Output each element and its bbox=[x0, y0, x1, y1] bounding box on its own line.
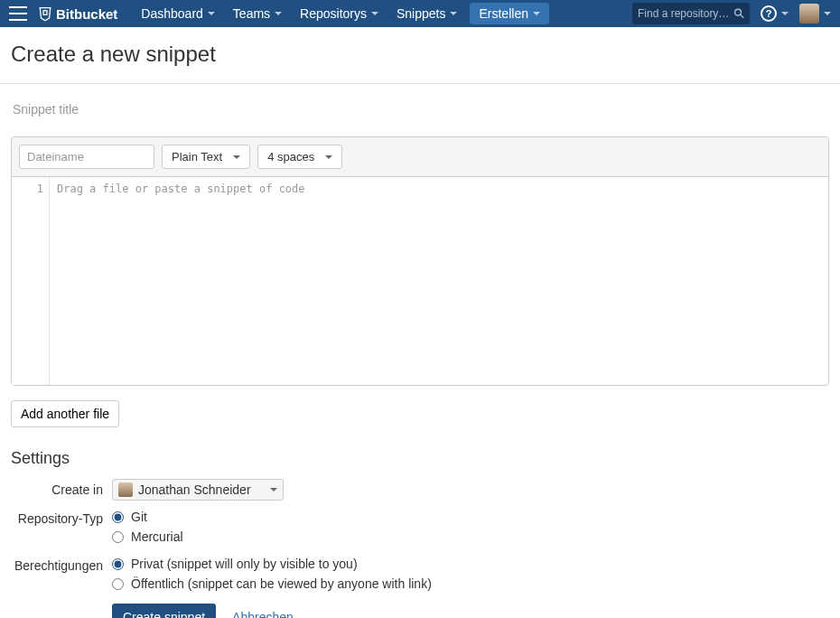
editor-body: 1 Drag a file or paste a snippet of code bbox=[12, 177, 828, 385]
nav-repositories[interactable]: Repositorys bbox=[291, 0, 387, 27]
perm-private-label: Privat (snippet will only by visible to … bbox=[131, 557, 358, 571]
avatar bbox=[799, 4, 819, 23]
avatar bbox=[118, 482, 133, 497]
code-placeholder: Drag a file or paste a snippet of code bbox=[57, 183, 305, 195]
svg-point-1 bbox=[735, 9, 742, 15]
user-menu[interactable] bbox=[799, 4, 831, 23]
chevron-down-icon bbox=[208, 12, 215, 15]
search-input[interactable] bbox=[638, 7, 734, 20]
bucket-icon bbox=[38, 5, 52, 22]
editor-toolbar: Plain Text 4 spaces bbox=[12, 137, 828, 177]
syntax-select-label: Plain Text bbox=[172, 150, 222, 164]
syntax-select[interactable]: Plain Text bbox=[162, 145, 250, 169]
repo-type-mercurial[interactable]: Mercurial bbox=[112, 528, 829, 544]
cancel-link[interactable]: Abbrechen bbox=[232, 610, 294, 618]
repo-type-mercurial-label: Mercurial bbox=[131, 529, 183, 544]
nav-teams[interactable]: Teams bbox=[224, 0, 291, 27]
line-number: 1 bbox=[12, 183, 43, 195]
settings-heading: Settings bbox=[11, 449, 829, 468]
create-in-value: Jonathan Schneider bbox=[138, 482, 251, 497]
code-area[interactable]: Drag a file or paste a snippet of code bbox=[50, 177, 828, 385]
nav-snippets[interactable]: Snippets bbox=[387, 0, 466, 27]
nav-teams-label: Teams bbox=[233, 6, 270, 21]
repo-type-label: Repository-Typ bbox=[11, 508, 112, 526]
nav-repositories-label: Repositorys bbox=[300, 6, 367, 21]
repo-type-git[interactable]: Git bbox=[112, 508, 829, 524]
create-snippet-button[interactable]: Create snippet bbox=[112, 604, 216, 618]
chevron-down-icon bbox=[450, 12, 457, 15]
page-title: Create a new snippet bbox=[11, 42, 829, 67]
repo-type-mercurial-radio[interactable] bbox=[112, 531, 124, 543]
repo-type-git-radio[interactable] bbox=[112, 511, 124, 523]
nav-dashboard-label: Dashboard bbox=[141, 6, 203, 21]
chevron-down-icon bbox=[533, 12, 540, 15]
search-box[interactable] bbox=[632, 3, 750, 24]
svg-rect-0 bbox=[43, 11, 47, 14]
help-icon: ? bbox=[761, 5, 777, 22]
top-bar: Bitbucket Dashboard Teams Repositorys Sn… bbox=[0, 0, 840, 27]
bitbucket-logo[interactable]: Bitbucket bbox=[38, 5, 117, 22]
chevron-down-icon bbox=[781, 12, 789, 15]
create-in-label: Create in bbox=[11, 479, 112, 497]
brand-text: Bitbucket bbox=[56, 6, 117, 22]
perm-public-label: Öffentlich (snippet can be viewed by any… bbox=[131, 576, 432, 591]
perm-private-radio[interactable] bbox=[112, 558, 124, 570]
indent-select-label: 4 spaces bbox=[267, 150, 314, 164]
chevron-down-icon bbox=[233, 155, 240, 159]
create-button[interactable]: Erstellen bbox=[470, 3, 548, 24]
snippet-title-input[interactable] bbox=[11, 97, 829, 122]
perm-public-radio[interactable] bbox=[112, 578, 124, 590]
main-nav: Dashboard Teams Repositorys Snippets Ers… bbox=[132, 0, 632, 27]
indent-select[interactable]: 4 spaces bbox=[257, 145, 342, 169]
chevron-down-icon bbox=[275, 12, 282, 15]
chevron-down-icon bbox=[270, 488, 277, 492]
help-menu[interactable]: ? bbox=[761, 5, 789, 22]
chevron-down-icon bbox=[325, 155, 332, 159]
chevron-down-icon bbox=[824, 12, 831, 15]
page-header: Create a new snippet bbox=[0, 27, 840, 84]
content: Plain Text 4 spaces 1 Drag a file or pas… bbox=[0, 84, 840, 618]
settings-section: Settings Create in Jonathan Schneider Re… bbox=[11, 449, 829, 618]
editor-box: Plain Text 4 spaces 1 Drag a file or pas… bbox=[11, 136, 829, 386]
perm-private[interactable]: Privat (snippet will only by visible to … bbox=[112, 555, 829, 571]
svg-line-2 bbox=[741, 14, 743, 17]
chevron-down-icon bbox=[371, 12, 378, 15]
hamburger-menu-icon[interactable] bbox=[9, 6, 27, 21]
nav-dashboard[interactable]: Dashboard bbox=[132, 0, 224, 27]
permissions-label: Berechtigungen bbox=[11, 555, 112, 573]
create-button-label: Erstellen bbox=[479, 6, 527, 21]
nav-snippets-label: Snippets bbox=[397, 6, 445, 21]
add-file-button[interactable]: Add another file bbox=[11, 400, 119, 427]
search-icon bbox=[734, 8, 744, 19]
repo-type-git-label: Git bbox=[131, 510, 147, 524]
create-in-select[interactable]: Jonathan Schneider bbox=[112, 479, 284, 501]
filename-input[interactable] bbox=[19, 145, 154, 169]
perm-public[interactable]: Öffentlich (snippet can be viewed by any… bbox=[112, 575, 829, 591]
line-gutter: 1 bbox=[12, 177, 50, 385]
